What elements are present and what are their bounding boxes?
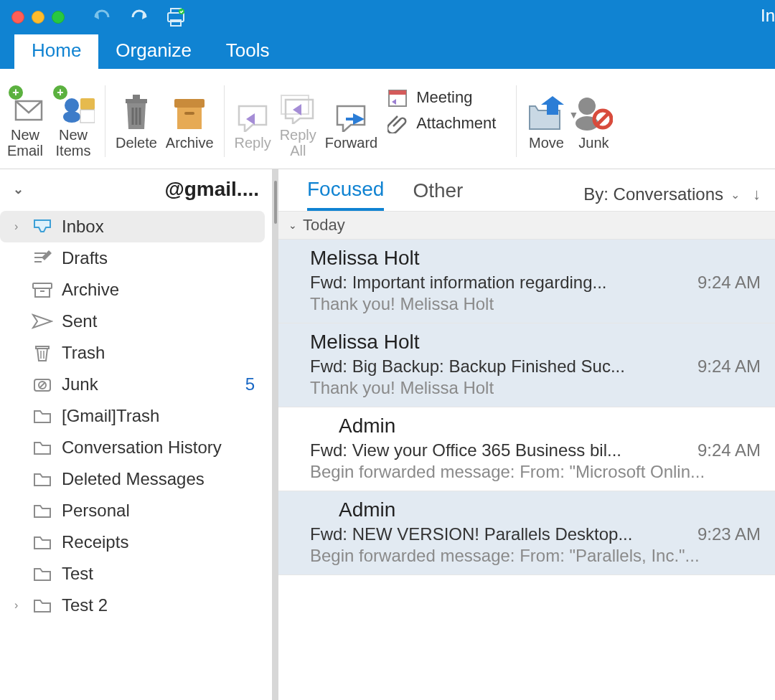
folder-conversation-history[interactable]: Conversation History: [0, 432, 265, 463]
svg-rect-22: [389, 90, 406, 95]
folder-icon: [32, 564, 53, 583]
folder-trash[interactable]: Trash: [0, 337, 265, 369]
reply-all-button[interactable]: Reply All: [276, 84, 321, 159]
move-label: Move: [529, 135, 564, 151]
trash-icon: [121, 92, 151, 132]
reply-button[interactable]: Reply: [230, 92, 276, 151]
tab-focused[interactable]: Focused: [307, 178, 384, 211]
folder-test-2[interactable]: ›Test 2: [0, 590, 265, 621]
message-time: 9:23 AM: [698, 524, 761, 544]
close-window-button[interactable]: [11, 11, 24, 24]
new-email-button[interactable]: + New Email: [3, 84, 47, 159]
message-list-pane: Focused Other By: Conversations ⌄ ↓ ⌄ To…: [278, 169, 775, 700]
message-time: 9:24 AM: [698, 440, 761, 460]
chevron-right-icon: ›: [14, 599, 18, 612]
undo-button[interactable]: [93, 9, 112, 25]
message-preview: Thank you! Melissa Holt: [310, 378, 761, 398]
new-email-label: New Email: [7, 127, 43, 159]
folder-label: Drafts: [62, 248, 265, 268]
message-row[interactable]: Melissa HoltFwd: Important information r…: [278, 240, 775, 323]
folder-archive[interactable]: Archive: [0, 274, 265, 306]
sort-label: By: Conversations: [583, 184, 723, 204]
message-row[interactable]: AdminFwd: View your Office 365 Business …: [278, 407, 775, 491]
folder-deleted-messages[interactable]: Deleted Messages: [0, 463, 265, 495]
reply-label: Reply: [235, 135, 271, 151]
svg-rect-13: [126, 99, 147, 103]
folder--gmail-trash[interactable]: [Gmail]Trash: [0, 400, 265, 432]
folder-icon: [32, 596, 53, 615]
message-list-header: Focused Other By: Conversations ⌄ ↓: [278, 169, 775, 211]
new-email-icon: +: [7, 84, 43, 124]
forward-icon: [333, 92, 369, 132]
message-from: Melissa Holt: [310, 331, 761, 354]
minimize-window-button[interactable]: [32, 11, 44, 24]
calendar-meeting-icon: [388, 88, 409, 108]
svg-rect-20: [184, 112, 194, 115]
move-icon: [527, 92, 565, 132]
attachment-button[interactable]: Attachment: [388, 113, 496, 133]
svg-text:+: +: [12, 86, 19, 98]
move-button[interactable]: Move ▼: [522, 92, 570, 151]
new-items-icon: +: [52, 84, 95, 124]
svg-line-38: [39, 382, 45, 388]
tab-tools[interactable]: Tools: [209, 32, 287, 69]
chevron-down-icon[interactable]: ▼: [569, 109, 579, 120]
message-row[interactable]: Melissa HoltFwd: Big Backup: Backup Fini…: [278, 323, 775, 407]
folder-sent[interactable]: Sent: [0, 306, 265, 337]
tab-other[interactable]: Other: [413, 179, 463, 209]
ribbon-invite-group: Meeting Attachment: [382, 88, 502, 133]
meeting-button[interactable]: Meeting: [388, 88, 496, 108]
message-preview: Thank you! Melissa Holt: [310, 294, 761, 314]
maximize-window-button[interactable]: [52, 11, 65, 24]
attachment-label: Attachment: [416, 114, 496, 133]
group-header-today[interactable]: ⌄ Today: [278, 211, 775, 240]
folder-drafts[interactable]: Drafts: [0, 242, 265, 274]
junk-icon: [32, 375, 53, 394]
window-controls: [11, 11, 65, 24]
print-button[interactable]: [165, 7, 187, 27]
folder-icon: [32, 470, 53, 488]
message-subject: Fwd: View your Office 365 Business bil..…: [310, 440, 683, 460]
folder-label: Trash: [62, 343, 265, 363]
delete-button[interactable]: Delete: [111, 92, 161, 151]
sort-button[interactable]: By: Conversations ⌄ ↓: [583, 184, 761, 204]
chevron-down-icon: ⌄: [288, 219, 297, 231]
splitter[interactable]: [273, 169, 278, 700]
new-items-button[interactable]: + New Items: [47, 84, 99, 159]
folder-test[interactable]: Test: [0, 558, 265, 590]
message-row[interactable]: AdminFwd: NEW VERSION! Parallels Desktop…: [278, 491, 775, 575]
folder-label: Conversation History: [62, 438, 265, 458]
folder-receipts[interactable]: Receipts: [0, 526, 265, 558]
trash-icon: [32, 344, 53, 362]
folder-count: 5: [245, 374, 255, 394]
message-from: Admin: [310, 415, 761, 438]
tab-organize[interactable]: Organize: [98, 32, 209, 69]
arrow-down-icon[interactable]: ↓: [753, 185, 761, 204]
folder-inbox[interactable]: ›Inbox: [0, 211, 265, 242]
svg-rect-30: [33, 283, 52, 288]
svg-rect-19: [177, 108, 202, 129]
new-items-label: New Items: [56, 127, 91, 159]
redo-button[interactable]: [129, 9, 148, 25]
svg-rect-12: [80, 110, 95, 123]
folder-label: Inbox: [62, 217, 265, 237]
tab-home[interactable]: Home: [14, 32, 98, 69]
group-header-label: Today: [303, 216, 345, 235]
svg-point-10: [63, 111, 80, 123]
account-header[interactable]: ⌄ @gmail....: [0, 169, 272, 209]
folder-label: Personal: [62, 501, 265, 521]
folder-icon: [32, 438, 53, 457]
meeting-label: Meeting: [416, 88, 472, 107]
folder-icon: [32, 501, 53, 520]
folder-label: Junk: [62, 374, 237, 394]
junk-icon: [574, 92, 613, 132]
folder-label: Deleted Messages: [62, 469, 265, 489]
junk-button[interactable]: Junk: [570, 92, 617, 151]
folder-personal[interactable]: Personal: [0, 495, 265, 526]
forward-button[interactable]: Forward: [321, 92, 382, 151]
archive-button[interactable]: Archive: [161, 92, 218, 151]
folder-label: Test: [62, 564, 265, 584]
folder-junk[interactable]: Junk5: [0, 369, 265, 400]
message-time: 9:24 AM: [698, 273, 761, 293]
message-preview: Begin forwarded message: From: "Parallel…: [310, 546, 761, 566]
